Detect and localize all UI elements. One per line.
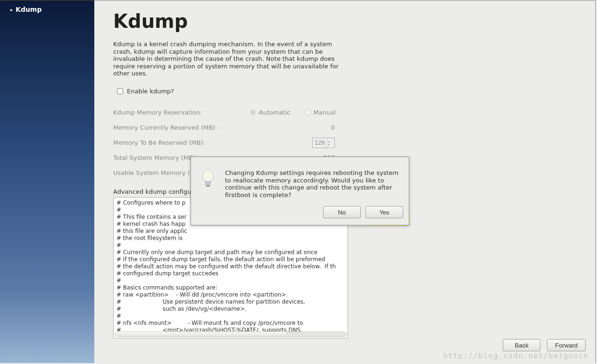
- spinner-arrows-icon[interactable]: ▴▾: [327, 138, 331, 148]
- reservation-manual-label: Manual: [314, 109, 336, 116]
- reservation-automatic-radio[interactable]: [250, 109, 256, 116]
- sidebar: ▸ Kdump: [0, 0, 94, 363]
- sidebar-item-kdump[interactable]: ▸ Kdump: [0, 1, 94, 18]
- reservation-automatic[interactable]: Automatic: [250, 109, 290, 116]
- to-reserve-label: Memory To Be Reserved (MB):: [113, 139, 250, 146]
- to-reserve-input[interactable]: [313, 138, 327, 148]
- dialog-message: Changing Kdump settings requires rebooti…: [225, 169, 401, 199]
- horizontal-scrollbar[interactable]: [115, 331, 347, 337]
- arrow-right-icon: ▸: [10, 7, 13, 12]
- reservation-label: Kdump Memory Reservation:: [113, 109, 250, 116]
- page-title: Kdump: [113, 10, 576, 32]
- to-reserve-spinner[interactable]: ▴▾: [312, 138, 335, 148]
- reboot-dialog: Changing Kdump settings requires rebooti…: [191, 157, 409, 225]
- enable-kdump-checkbox[interactable]: [117, 88, 123, 94]
- footer-buttons: Back Forward: [503, 339, 586, 351]
- current-reserved-label: Memory Currently Reserved (MB):: [113, 124, 250, 131]
- reservation-automatic-label: Automatic: [259, 109, 290, 116]
- enable-kdump-row: Enable kdump?: [113, 88, 576, 95]
- forward-button[interactable]: Forward: [547, 339, 586, 351]
- to-reserve-row: Memory To Be Reserved (MB): ▴▾: [113, 135, 576, 150]
- reservation-row: Kdump Memory Reservation: Automatic Manu…: [113, 105, 576, 120]
- back-button[interactable]: Back: [503, 339, 540, 351]
- sidebar-item-label: Kdump: [16, 6, 41, 13]
- svg-point-0: [202, 170, 214, 182]
- svg-rect-2: [206, 185, 210, 187]
- current-reserved-row: Memory Currently Reserved (MB): 0: [113, 120, 576, 135]
- reservation-manual-radio[interactable]: [305, 109, 311, 116]
- current-reserved-value: 0: [250, 124, 335, 131]
- enable-kdump-label: Enable kdump?: [127, 88, 174, 95]
- no-button[interactable]: No: [323, 206, 361, 218]
- svg-rect-1: [206, 182, 210, 185]
- reservation-manual[interactable]: Manual: [305, 109, 336, 116]
- page-description: Kdump is a kernel crash dumping mechanis…: [113, 41, 340, 77]
- yes-button[interactable]: Yes: [365, 206, 403, 218]
- watermark-text: http://blog.csdn.net/baigoocn: [443, 351, 589, 360]
- lightbulb-icon: [199, 169, 217, 199]
